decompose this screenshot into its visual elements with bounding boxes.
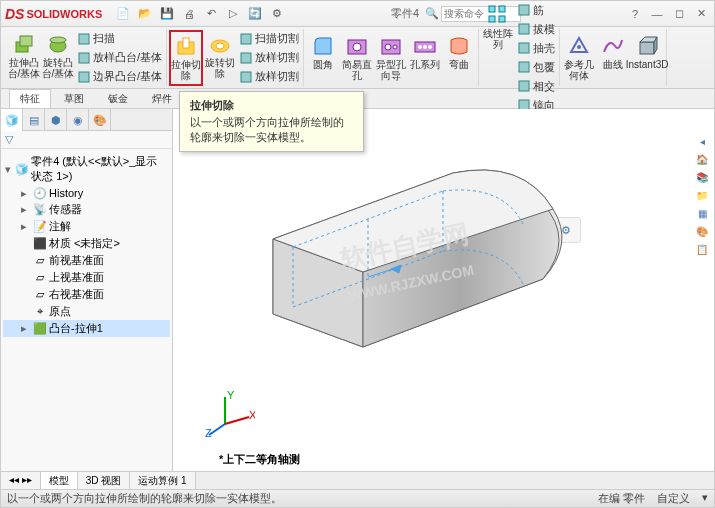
expand-icon[interactable]: ▸ — [21, 220, 31, 233]
extrude-boss-button[interactable]: 拉伸凸 台/基体 — [7, 30, 41, 86]
tree-node-plane[interactable]: ▱上视基准面 — [3, 269, 170, 286]
rebuild-icon[interactable]: 🔄 — [246, 5, 264, 23]
btab-nav[interactable]: ◂◂ ▸▸ — [1, 472, 41, 489]
status-message: 以一个或两个方向拉伸所绘制的轮廓来切除一实体模型。 — [7, 491, 282, 506]
wrap-button[interactable]: 弯曲 — [442, 32, 476, 83]
svg-point-10 — [216, 43, 224, 49]
svg-point-17 — [385, 44, 391, 50]
loft-button[interactable]: 放样凸台/基体 — [75, 49, 164, 67]
model-3d[interactable] — [213, 139, 633, 419]
svg-point-18 — [393, 45, 397, 49]
rib-button[interactable]: 筋 — [515, 1, 557, 19]
view-palette-icon[interactable]: ▦ — [694, 205, 710, 221]
resources-icon[interactable]: 🏠 — [694, 151, 710, 167]
minimize-icon[interactable]: — — [648, 7, 666, 21]
wrap-icon — [447, 34, 471, 58]
origin-icon: ⌖ — [33, 305, 47, 319]
tree-root[interactable]: ▾ 🧊 零件4 (默认<<默认>_显示状态 1>) — [3, 153, 170, 185]
tree-nav-icon[interactable]: ▽ — [5, 133, 13, 146]
feature-tree-tab-icon[interactable]: 🧊 — [1, 109, 23, 131]
command-tab-2[interactable]: 钣金 — [97, 89, 139, 108]
tree-node-plane[interactable]: ▱前视基准面 — [3, 252, 170, 269]
svg-rect-27 — [519, 5, 529, 15]
orientation-triad[interactable]: Y X Z — [205, 389, 255, 439]
expand-icon[interactable]: ▸ — [21, 322, 31, 335]
maximize-icon[interactable]: ◻ — [670, 7, 688, 21]
sweep-button[interactable]: 扫描 — [75, 30, 164, 48]
ref-geom-button[interactable]: 参考几 何体 — [562, 32, 596, 83]
svg-point-33 — [577, 45, 581, 49]
expand-icon[interactable]: ▾ — [5, 163, 13, 176]
appearance-tab-icon[interactable]: 🎨 — [89, 109, 111, 131]
svg-rect-28 — [519, 24, 529, 34]
expand-icon[interactable]: ▸ — [21, 203, 31, 216]
save-icon[interactable]: 💾 — [158, 5, 176, 23]
tree-node-plane[interactable]: ▱右视基准面 — [3, 286, 170, 303]
sweep-cut-button[interactable]: 扫描切割 — [237, 30, 301, 48]
command-tab-0[interactable]: 特征 — [9, 89, 51, 108]
fillet-button[interactable]: 圆角 — [306, 32, 340, 83]
intersect-button[interactable]: 相交 — [515, 77, 557, 95]
task-pane-toggle-icon[interactable]: ◂ — [694, 133, 710, 149]
viewport[interactable]: ⛶ 🔍 ↺ ◩ 🎲 ▦ 👁 🎨 🖼 ⚙ 软件自学网WWW. — [173, 109, 714, 479]
annot-icon: 📝 — [33, 220, 47, 234]
loft-icon — [77, 51, 91, 65]
design-lib-icon[interactable]: 📚 — [694, 169, 710, 185]
svg-rect-12 — [241, 53, 251, 63]
config-tab-icon[interactable]: ⬢ — [45, 109, 67, 131]
close-icon[interactable]: ✕ — [692, 7, 710, 21]
file-explorer-icon[interactable]: 📁 — [694, 187, 710, 203]
status-menu-icon[interactable]: ▾ — [702, 491, 708, 506]
custom-props-icon[interactable]: 📋 — [694, 241, 710, 257]
hole-wizard-button[interactable]: 异型孔 向导 — [374, 32, 408, 83]
hole-simple-icon — [345, 34, 369, 58]
appearances-icon[interactable]: 🎨 — [694, 223, 710, 239]
tree-node-history[interactable]: ▸🕘History — [3, 185, 170, 201]
expand-icon[interactable]: ▸ — [21, 187, 31, 200]
hole-wizard-icon — [379, 34, 403, 58]
draft-icon — [517, 22, 531, 36]
tree-node-sensor[interactable]: ▸📡传感器 — [3, 201, 170, 218]
status-custom[interactable]: 自定义 — [657, 491, 690, 506]
svg-rect-30 — [519, 62, 529, 72]
hole-simple-button[interactable]: 简易直 孔 — [340, 32, 374, 83]
new-icon[interactable]: 📄 — [114, 5, 132, 23]
open-icon[interactable]: 📂 — [136, 5, 154, 23]
shell-button[interactable]: 抽壳 — [515, 39, 557, 57]
ref-geom-icon — [567, 34, 591, 58]
svg-line-38 — [225, 417, 249, 424]
print-icon[interactable]: 🖨 — [180, 5, 198, 23]
draft-button[interactable]: 拔模 — [515, 20, 557, 38]
undo-icon[interactable]: ↶ — [202, 5, 220, 23]
display-tab-icon[interactable]: ◉ — [67, 109, 89, 131]
extrude-cut-button[interactable]: 拉伸切 除 — [169, 30, 203, 86]
tree-node-material[interactable]: ⬛材质 <未指定> — [3, 235, 170, 252]
boundary-cut-button[interactable]: 放样切割 — [237, 68, 301, 86]
property-tab-icon[interactable]: ▤ — [23, 109, 45, 131]
revolve-boss-button[interactable]: 旋转凸 台/基体 — [41, 30, 75, 86]
bottom-tab-1[interactable]: 3D 视图 — [78, 472, 131, 489]
instant3d-button[interactable]: Instant3D — [630, 32, 664, 83]
tree-node-annot[interactable]: ▸📝注解 — [3, 218, 170, 235]
svg-rect-5 — [79, 53, 89, 63]
command-tab-1[interactable]: 草图 — [53, 89, 95, 108]
linear-pattern-button[interactable]: 线性阵 列 — [481, 1, 515, 114]
select-icon[interactable]: ▷ — [224, 5, 242, 23]
bottom-tab-2[interactable]: 运动算例 1 — [130, 472, 195, 489]
svg-point-15 — [353, 43, 361, 51]
options-icon[interactable]: ⚙ — [268, 5, 286, 23]
bottom-tab-0[interactable]: 模型 — [41, 472, 78, 489]
hole-series-button[interactable]: 孔系列 — [408, 32, 442, 83]
tree-node-feature[interactable]: ▸🟩凸台-拉伸1 — [3, 320, 170, 337]
curves-button[interactable]: 曲线 — [596, 32, 630, 83]
loft-cut-button[interactable]: 放样切割 — [237, 49, 301, 67]
help-icon[interactable]: ? — [626, 7, 644, 21]
plane-icon: ▱ — [33, 271, 47, 285]
wrap2-button[interactable]: 包覆 — [515, 58, 557, 76]
command-tab-3[interactable]: 焊件 — [141, 89, 183, 108]
tree-node-origin[interactable]: ⌖原点 — [3, 303, 170, 320]
search-icon: 🔍 — [425, 7, 439, 20]
boundary-button[interactable]: 边界凸台/基体 — [75, 68, 164, 86]
svg-point-20 — [418, 45, 422, 49]
revolve-cut-button[interactable]: 旋转切 除 — [203, 30, 237, 86]
